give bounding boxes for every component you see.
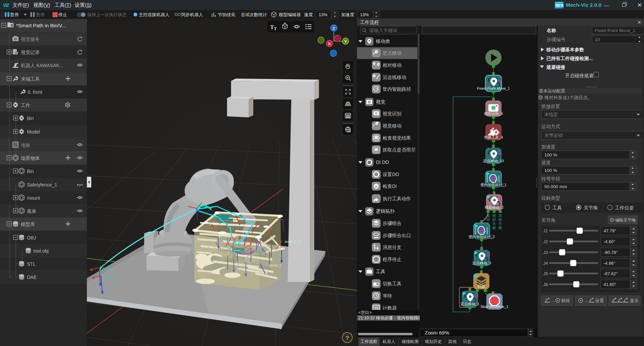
- svg-text:Y: Y: [344, 39, 347, 44]
- svg-text:等待: 等待: [383, 293, 392, 298]
- svg-text:切换工具: 切换工具: [383, 281, 401, 286]
- svg-text:执行工具动作: 执行工具动作: [383, 196, 411, 201]
- svg-text:100 %: 100 %: [544, 152, 557, 157]
- svg-text:筐内智能路径_2: 筐内智能路径_2: [469, 235, 495, 239]
- svg-text:关节运动: 关节运动: [544, 133, 562, 138]
- svg-text:*Smart Path in Bin/V...: *Smart Path in Bin/V...: [16, 23, 66, 28]
- svg-text:他: 他: [498, 218, 502, 222]
- svg-text:步骤组合出口: 步骤组合出口: [383, 233, 411, 238]
- svg-text:失: 失: [498, 222, 502, 226]
- svg-text:Model_3 , 2: Model_3 , 2: [285, 240, 300, 243]
- svg-text:J6: J6: [543, 282, 548, 287]
- svg-text:暂停: 暂停: [36, 12, 45, 17]
- svg-text:同步机器人: 同步机器人: [181, 12, 203, 17]
- svg-text:Z: Z: [333, 26, 335, 30]
- svg-text:?: ?: [346, 335, 349, 341]
- svg-text:Fixed-Point Move_1: Fixed-Point Move_1: [477, 86, 510, 90]
- svg-text:-4.60°: -4.60°: [604, 239, 615, 244]
- svg-text:关节角: 关节角: [541, 218, 555, 223]
- svg-text:Stop Workflow_1: Stop Workflow_1: [481, 305, 509, 309]
- svg-text:设置: 设置: [595, 298, 604, 303]
- svg-text:工具: 工具: [376, 269, 385, 274]
- svg-text:移动步骤基本参数: 移动步骤基本参数: [546, 47, 584, 52]
- svg-text:保持上一次执行状态: 保持上一次执行状态: [87, 12, 127, 17]
- svg-text:→: →: [584, 298, 588, 303]
- svg-text:程序停止: 程序停止: [382, 257, 401, 262]
- svg-text:J1: J1: [543, 228, 548, 233]
- svg-text:-4.86°: -4.86°: [604, 261, 615, 266]
- svg-text:尝试次数统计: 尝试次数统计: [241, 12, 267, 17]
- svg-text:显示: 显示: [630, 298, 639, 303]
- svg-text:定点移动_1: 定点移动_1: [460, 302, 479, 306]
- svg-text:Model 1, 2: Model 1, 2: [276, 255, 289, 258]
- svg-text:步骤组合: 步骤组合: [383, 221, 401, 226]
- svg-text:mount: mount: [27, 195, 40, 201]
- svg-text:Model_2: Model_2: [256, 249, 266, 252]
- svg-text:转弯半径: 转弯半径: [541, 176, 560, 181]
- svg-text:末端工具: 末端工具: [21, 76, 40, 82]
- svg-text:DI: DI: [375, 185, 378, 188]
- svg-text:检查视觉结果: 检查视觉结果: [383, 135, 411, 141]
- svg-text:其: 其: [498, 213, 502, 218]
- svg-text:T: T: [274, 26, 277, 31]
- svg-text:视觉移动_2: 视觉移动_2: [485, 205, 504, 209]
- svg-text:50.000 mm: 50.000 mm: [544, 184, 567, 189]
- svg-text:J: J: [475, 292, 478, 298]
- svg-text:→: →: [551, 298, 555, 303]
- svg-text:加速度: 加速度: [541, 144, 555, 149]
- svg-text:未指定: 未指定: [544, 112, 558, 117]
- svg-text:设置DO: 设置DO: [383, 172, 399, 177]
- svg-text:L: L: [500, 196, 503, 202]
- svg-text:定点移动_10: 定点移动_10: [483, 159, 504, 163]
- svg-text:41.60°: 41.60°: [604, 282, 616, 287]
- svg-text:工件: 工件: [21, 103, 30, 108]
- svg-text:相对移动_1: 相对移动_1: [104, 275, 118, 278]
- svg-text:场景物体: 场景物体: [21, 155, 40, 161]
- svg-text:沿连线移动: 沿连线移动: [383, 75, 406, 80]
- svg-text:抓放设置: 抓放设置: [541, 104, 560, 109]
- svg-text:运动方式: 运动方式: [541, 124, 560, 129]
- svg-text:定点移动: 定点移动: [383, 50, 401, 56]
- svg-text:i: i: [540, 95, 541, 99]
- svg-text:定点移动_3: 定点移动_3: [472, 261, 491, 265]
- svg-text:码放: 码放: [478, 284, 485, 288]
- svg-text:名称: 名称: [546, 28, 556, 33]
- svg-text:13%: 13%: [360, 12, 369, 17]
- svg-text:节拍优化: 节拍优化: [218, 12, 235, 17]
- svg-text:相对移动: 相对移动: [382, 62, 401, 68]
- svg-text:抓取点是否用尽: 抓取点是否用尽: [382, 147, 416, 152]
- svg-text:工具: 工具: [552, 205, 562, 210]
- svg-text:J5: J5: [543, 271, 548, 276]
- svg-text:检查DI: 检查DI: [383, 183, 397, 189]
- svg-text:筐内智能路径_1: 筐内智能路径_1: [480, 183, 507, 187]
- svg-text:停止: 停止: [58, 12, 67, 17]
- svg-text:Model_1: Model_1: [233, 249, 244, 252]
- svg-text:暂停: 暂停: [10, 12, 19, 17]
- svg-text:-90.78°: -90.78°: [604, 250, 618, 255]
- svg-text:逻辑拓扑: 逻辑拓扑: [376, 208, 395, 214]
- svg-text:0. front: 0. front: [28, 89, 42, 95]
- svg-text:失: 失: [492, 222, 496, 226]
- svg-text:tool.obj: tool.obj: [33, 248, 49, 254]
- svg-text:目标类型: 目标类型: [541, 195, 560, 201]
- svg-text:模型库: 模型库: [21, 222, 35, 227]
- svg-text:关节角: 关节角: [584, 205, 598, 210]
- svg-text:划: 划: [492, 218, 496, 222]
- svg-text:OBJ: OBJ: [27, 235, 36, 240]
- svg-text:J4: J4: [543, 261, 548, 266]
- svg-text:步骤编号: 步骤编号: [547, 37, 566, 42]
- svg-text:10: 10: [595, 37, 600, 42]
- svg-text:工件位姿: 工件位姿: [615, 205, 634, 210]
- svg-text:定点移动_4: 定点移动_4: [102, 267, 116, 270]
- svg-text:移动类: 移动类: [376, 38, 390, 44]
- svg-text:Model: Model: [27, 129, 40, 135]
- svg-text:Bin: Bin: [27, 116, 34, 121]
- svg-text:加速度: 加速度: [341, 12, 354, 17]
- svg-text:-87.62°: -87.62°: [604, 271, 618, 276]
- svg-text:败: 败: [498, 226, 502, 230]
- svg-text:Model_1: Model_1: [269, 264, 281, 267]
- svg-text:视觉识别: 视觉识别: [383, 111, 401, 116]
- svg-text:请输入关键词: 请输入关键词: [369, 28, 397, 33]
- svg-text:X: X: [328, 42, 331, 46]
- svg-text:Bin: Bin: [27, 169, 34, 174]
